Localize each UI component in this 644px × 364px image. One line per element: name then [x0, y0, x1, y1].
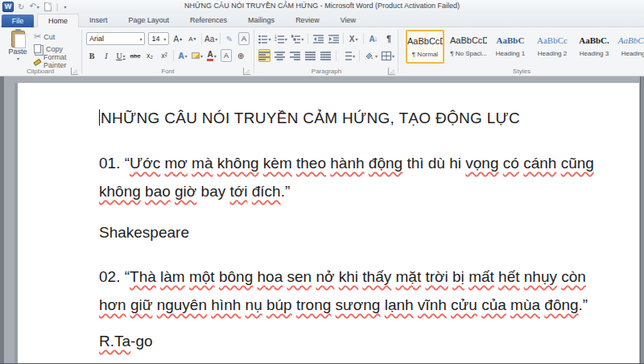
paste-icon [11, 31, 25, 48]
tab-page-layout[interactable]: Page Layout [118, 14, 180, 27]
tab-references[interactable]: References [180, 14, 237, 27]
window-left-edge [0, 77, 4, 363]
style-heading-1[interactable]: AaBbC Heading 1 [491, 30, 530, 64]
change-case-button[interactable]: Aa▾ [205, 32, 217, 45]
decrease-indent-button[interactable] [312, 32, 324, 45]
align-right-button[interactable] [290, 49, 301, 62]
style-no-spacing[interactable]: AaBbCcDc ¶ No Spaci... [449, 30, 488, 64]
character-border-button[interactable]: A [238, 32, 250, 45]
enclose-characters-button[interactable]: ⊕ [235, 49, 246, 62]
asian-layout-button[interactable]: X▾ [348, 32, 359, 45]
style-heading-3[interactable]: AaBbC. Heading 3 [575, 30, 613, 64]
italic-button[interactable]: I [101, 49, 112, 62]
font-group-label: Font [83, 68, 253, 75]
styles-group-label: Styles [399, 68, 644, 75]
tab-insert[interactable]: Insert [79, 14, 118, 27]
group-separator [254, 30, 254, 73]
paragraph-group-label: Paragraph [255, 68, 398, 75]
align-left-button[interactable] [258, 49, 270, 62]
ribbon-tab-row: File Home Insert Page Layout References … [0, 14, 644, 27]
text-cursor [99, 110, 100, 126]
group-separator [81, 30, 82, 73]
text-effects-button[interactable]: A▾ [177, 49, 188, 62]
character-shading-button[interactable]: A [221, 49, 232, 62]
borders-button[interactable]: ▾ [382, 49, 394, 62]
underline-button[interactable]: U▾ [115, 49, 126, 62]
tab-file[interactable]: File [2, 14, 34, 27]
sort-button[interactable]: A↓ [368, 32, 379, 45]
bold-button[interactable]: B [86, 49, 97, 62]
highlight-button[interactable]: ▾ [192, 49, 203, 62]
quote-01-line-1[interactable]: 01. “Ước mơ mà không kèm theo hành động … [99, 149, 607, 177]
shading-button[interactable]: ▾ [364, 49, 378, 62]
format-painter-button[interactable]: Format Painter [34, 55, 80, 67]
superscript-button[interactable]: x² [159, 49, 170, 62]
clipboard-group-label: Clipboard [0, 68, 80, 75]
quote-02-line-1[interactable]: 02. “Thà làm một bông hoa sen nở khi thấ… [99, 263, 607, 291]
tab-home[interactable]: Home [37, 14, 79, 27]
format-painter-icon [33, 59, 41, 66]
svg-text:2: 2 [275, 38, 277, 42]
multilevel-list-button[interactable]: ▾ [291, 32, 303, 45]
title-bar: W ↻ ↶▾ | ▾ NHỮNG CÂU NÓI TRUYỀN CẢM HỨNG… [0, 0, 644, 14]
paste-button[interactable]: Paste ▾ [5, 31, 31, 72]
style-heading-4[interactable]: AaBbCcD Heading 4 [617, 30, 644, 64]
tab-view[interactable]: View [330, 14, 366, 27]
numbering-button[interactable]: 12▾ [275, 32, 287, 45]
phonetic-guide-button[interactable]: ✎ [224, 32, 235, 45]
font-color-button[interactable]: A▾ [206, 49, 217, 62]
author-tagore-line[interactable]: R.Ta-go [99, 327, 607, 355]
quote-02-line-2[interactable]: hơn giữ nguyên hình nụ búp trong sương l… [99, 291, 607, 319]
group-paragraph: ▾ 12▾ ▾ X▾ A↓ ¶ ▾ ▾ [255, 27, 398, 76]
strikethrough-button[interactable]: abc [130, 49, 141, 62]
line-spacing-button[interactable]: ▾ [341, 49, 355, 62]
author-shakespeare-line[interactable]: Shakespeare [99, 218, 607, 246]
window-right-edge [640, 77, 644, 363]
quote-01-line-2[interactable]: không bao giờ bay tới đích.” [99, 177, 607, 205]
justify-button[interactable] [305, 49, 316, 62]
grow-font-button[interactable]: A [172, 32, 184, 45]
font-size-combo[interactable]: 14▾ [148, 32, 169, 45]
document-page[interactable]: NHỮNG CÂU NÓI TRUYỀN CẢM HỨNG, TẠO ĐỘNG … [18, 83, 639, 363]
shrink-font-button[interactable]: A [187, 32, 198, 45]
window-title: NHỮNG CÂU NÓI TRUYỀN CẢM HỨNG - Microsof… [0, 2, 644, 10]
clipboard-dialog-launcher[interactable]: ◿ [71, 68, 78, 75]
ribbon: Paste ▾ ✂Cut Copy Format Painter Clipboa… [0, 27, 644, 77]
word-window: W ↻ ↶▾ | ▾ NHỮNG CÂU NÓI TRUYỀN CẢM HỨNG… [0, 0, 644, 364]
paste-dropdown-icon[interactable]: ▾ [6, 56, 31, 61]
show-hide-pilcrow-button[interactable]: ¶ [383, 32, 394, 45]
font-name-combo[interactable]: Arial▾ [86, 32, 145, 45]
increase-indent-button[interactable] [328, 32, 339, 45]
align-center-button[interactable] [275, 49, 286, 62]
cut-icon: ✂ [34, 31, 41, 42]
tab-review[interactable]: Review [285, 14, 330, 27]
group-clipboard: Paste ▾ ✂Cut Copy Format Painter Clipboa… [0, 27, 80, 76]
bullets-button[interactable]: ▾ [258, 32, 270, 45]
copy-icon [34, 44, 41, 53]
style-normal[interactable]: AaBbCcDc ¶ Normal [406, 30, 444, 64]
highlight-icon [192, 52, 200, 59]
cut-button[interactable]: ✂Cut [34, 31, 80, 43]
group-styles: AaBbCcDc ¶ Normal AaBbCcDc ¶ No Spaci...… [399, 27, 644, 76]
subscript-button[interactable]: x₂ [144, 49, 155, 62]
distribute-button[interactable] [320, 49, 332, 62]
group-separator [398, 30, 398, 73]
tab-mailings[interactable]: Mailings [237, 14, 285, 27]
group-font: Arial▾ 14▾ A A Aa▾ ✎ A B I U▾ abc x₂ x² … [83, 27, 253, 76]
paragraph-dialog-launcher[interactable]: ◿ [388, 68, 395, 75]
document-workspace: NHỮNG CÂU NÓI TRUYỀN CẢM HỨNG, TẠO ĐỘNG … [0, 77, 644, 363]
style-heading-2[interactable]: AaBbCc Heading 2 [533, 30, 572, 64]
document-title-line[interactable]: NHỮNG CÂU NÓI TRUYỀN CẢM HỨNG, TẠO ĐỘNG … [99, 104, 607, 132]
font-dialog-launcher[interactable]: ◿ [243, 68, 250, 75]
